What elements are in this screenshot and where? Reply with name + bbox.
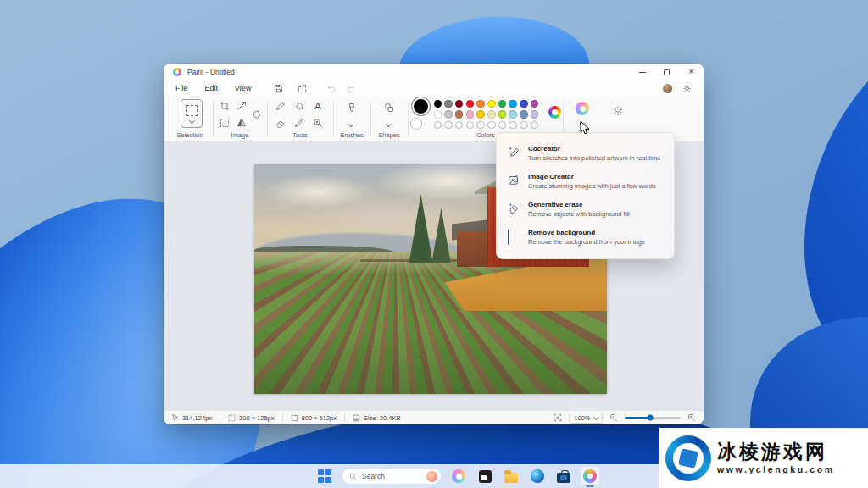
crop-button[interactable] [218, 99, 231, 113]
taskbar-toolbox-button[interactable] [554, 467, 573, 485]
menu-view[interactable]: View [226, 82, 259, 94]
group-label: Shapes [372, 131, 406, 139]
account-avatar[interactable] [663, 84, 672, 93]
rotate-button[interactable] [250, 108, 264, 121]
taskbar-search-box[interactable]: Search [342, 468, 442, 485]
menu-edit[interactable]: Edit [197, 82, 227, 94]
save-button[interactable] [268, 84, 288, 93]
empty-color-swatch[interactable] [466, 121, 475, 130]
zoom-out-icon[interactable] [609, 413, 618, 422]
start-button[interactable] [315, 467, 334, 485]
redo-icon [347, 84, 356, 93]
zoom-slider[interactable] [625, 417, 681, 419]
color-swatch[interactable] [476, 110, 485, 119]
shapes-button[interactable] [382, 101, 396, 114]
menu-file[interactable]: File [167, 82, 197, 94]
minimize-button[interactable] [630, 64, 654, 80]
settings-gear-icon[interactable] [682, 84, 692, 93]
color-swatch[interactable] [476, 100, 485, 108]
empty-color-swatch[interactable] [434, 121, 442, 130]
taskbar-edge-button[interactable] [528, 467, 547, 485]
text-tool-button[interactable]: A [311, 99, 325, 113]
color-swatch[interactable] [520, 110, 528, 119]
desktop: Paint - Untitled × File Edit View [0, 0, 868, 488]
color-swatch[interactable] [487, 110, 496, 119]
minimize-icon [639, 72, 646, 73]
edit-colors-button[interactable] [548, 106, 561, 119]
menu-item-generative-erase[interactable]: Generative erase Remove objects with bac… [497, 196, 674, 224]
pencil-tool-button[interactable] [274, 99, 287, 113]
magnifier-icon [313, 118, 323, 128]
resize-button[interactable] [235, 99, 248, 113]
fill-tool-button[interactable] [292, 99, 306, 113]
undo-button[interactable] [320, 84, 341, 93]
color-swatch[interactable] [520, 100, 528, 108]
maximize-button[interactable] [654, 64, 679, 80]
menu-item-image-creator[interactable]: Image Creator Create stunning images wit… [497, 168, 674, 196]
empty-color-swatch[interactable] [531, 121, 539, 130]
color-grid [432, 98, 544, 130]
taskbar-paint-button[interactable] [581, 467, 599, 485]
cocreator-icon [508, 146, 520, 158]
magnifier-tool-button[interactable] [311, 116, 325, 130]
color-swatch[interactable] [498, 100, 507, 108]
color-swatch[interactable] [531, 100, 539, 108]
status-bar: 314,124px 300 × 125px 800 × 512px Size: … [164, 410, 704, 424]
selection-tool-button[interactable] [181, 99, 203, 128]
search-placeholder: Search [362, 472, 385, 480]
empty-color-swatch[interactable] [498, 121, 507, 130]
empty-color-swatch[interactable] [509, 121, 517, 130]
color-swatch[interactable] [498, 110, 507, 119]
watermark-banner: 冰棱游戏网 www.yclengku.com [659, 428, 868, 488]
brushes-button[interactable] [345, 101, 359, 114]
zoom-level-select[interactable]: 100% [569, 413, 603, 424]
paint-app-icon [173, 68, 181, 76]
share-icon [298, 84, 307, 93]
empty-color-swatch[interactable] [487, 121, 496, 130]
color-swatch[interactable] [466, 110, 475, 119]
color-picker-button[interactable] [292, 116, 306, 130]
color-1-swatch[interactable] [414, 99, 428, 114]
color-swatch[interactable] [455, 110, 464, 119]
select-all-button[interactable] [218, 116, 231, 130]
empty-color-swatch[interactable] [476, 121, 485, 130]
color-swatch[interactable] [444, 100, 453, 108]
color-2-swatch[interactable] [410, 118, 422, 130]
color-swatch[interactable] [444, 110, 453, 119]
layers-button[interactable] [611, 104, 625, 118]
color-swatch[interactable] [466, 100, 475, 108]
layers-icon [613, 106, 623, 116]
color-swatch[interactable] [509, 100, 517, 108]
menu-item-cocreator[interactable]: Cocreator Turn sketches into polished ar… [497, 140, 674, 168]
undo-icon [326, 84, 336, 93]
close-button[interactable]: × [679, 64, 704, 80]
color-swatch[interactable] [455, 100, 464, 108]
color-swatch[interactable] [531, 110, 539, 119]
photos-icon [479, 470, 492, 483]
eraser-tool-button[interactable] [274, 116, 287, 130]
taskbar-file-explorer-button[interactable] [502, 467, 520, 485]
chevron-down-icon[interactable] [348, 121, 353, 126]
fit-to-screen-icon[interactable] [554, 413, 562, 422]
color-swatch[interactable] [509, 110, 517, 119]
windows-logo-icon [318, 469, 331, 483]
zoom-in-icon[interactable] [687, 413, 696, 422]
menu-item-title: Image Creator [528, 173, 656, 180]
menu-item-remove-background[interactable]: Remove background Remove the background … [497, 224, 674, 252]
color-swatch[interactable] [434, 100, 442, 108]
empty-color-swatch[interactable] [520, 121, 528, 130]
taskbar-copilot-button[interactable] [449, 467, 468, 485]
zoom-slider-thumb[interactable] [647, 415, 653, 421]
flip-button[interactable] [235, 116, 248, 130]
color-swatch[interactable] [487, 100, 496, 108]
fill-bucket-icon [294, 101, 304, 111]
chevron-down-icon[interactable] [386, 121, 391, 126]
copilot-ai-button[interactable] [576, 102, 589, 115]
taskbar-photos-button[interactable] [476, 467, 494, 485]
empty-color-swatch[interactable] [444, 121, 453, 130]
empty-color-swatch[interactable] [455, 121, 464, 130]
redo-button[interactable] [341, 84, 361, 93]
share-button[interactable] [292, 84, 312, 93]
title-bar[interactable]: Paint - Untitled × [164, 64, 704, 80]
color-swatch[interactable] [434, 110, 442, 119]
